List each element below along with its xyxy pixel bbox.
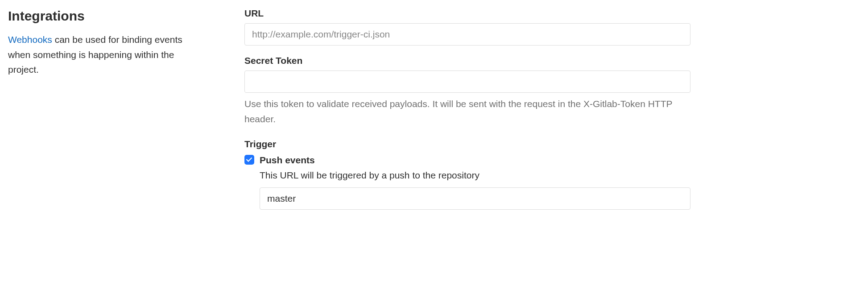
url-input[interactable] [244, 23, 690, 46]
integrations-description: Webhooks can be used for binding events … [8, 32, 200, 77]
webhooks-link[interactable]: Webhooks [8, 34, 52, 45]
trigger-label: Trigger [244, 139, 690, 149]
trigger-section: Trigger Push events This URL will be tri… [244, 139, 690, 210]
secret-token-label: Secret Token [244, 55, 690, 66]
left-column: Integrations Webhooks can be used for bi… [8, 8, 200, 210]
push-events-row: Push events This URL will be triggered b… [244, 154, 690, 210]
push-events-description: This URL will be triggered by a push to … [260, 168, 690, 183]
integrations-settings: Integrations Webhooks can be used for bi… [8, 8, 860, 210]
page-title: Integrations [8, 8, 200, 24]
url-group: URL [244, 8, 690, 46]
url-label: URL [244, 8, 690, 19]
push-events-content: Push events This URL will be triggered b… [260, 154, 690, 210]
checkbox-wrap [244, 154, 254, 166]
secret-token-group: Secret Token Use this token to validate … [244, 55, 690, 126]
secret-token-help: Use this token to validate received payl… [244, 96, 690, 126]
right-column: URL Secret Token Use this token to valid… [244, 8, 690, 210]
push-events-branch-input[interactable] [260, 187, 690, 210]
push-events-checkbox[interactable] [244, 155, 254, 165]
secret-token-input[interactable] [244, 70, 690, 93]
push-events-title: Push events [260, 154, 690, 166]
